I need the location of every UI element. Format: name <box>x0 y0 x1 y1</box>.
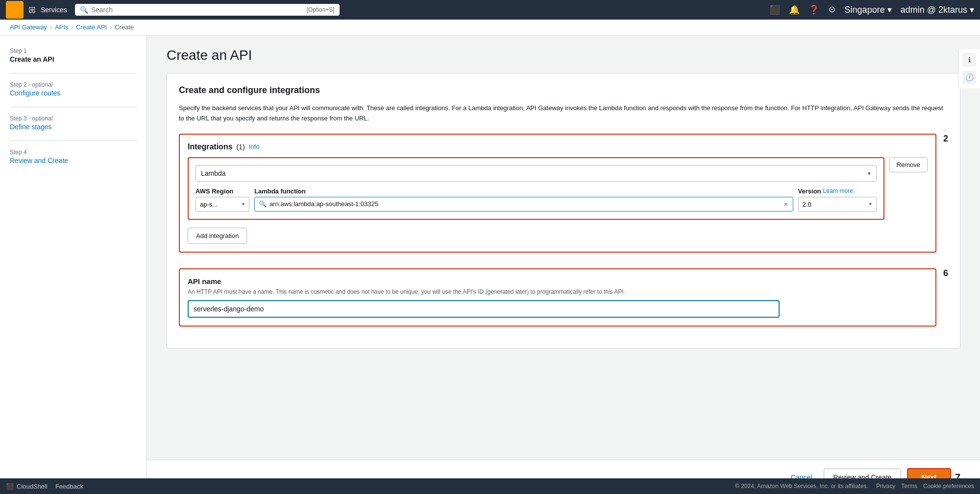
description-text: Specify the backend services that your A… <box>179 103 948 124</box>
step-4: Step 4 Review and Create <box>10 149 137 165</box>
page-wrapper: Step 1 Create an API Step 2 - optional C… <box>0 36 980 494</box>
num-label-2: 2 <box>943 134 948 144</box>
right-sidebar-icons: ℹ 🕐 <box>958 49 980 88</box>
integrations-section-wrapper: Integrations (1) Info Lambda <box>179 134 948 260</box>
add-integration-row: Add integration <box>188 226 928 244</box>
lambda-search-icon: 🔍 <box>259 200 267 208</box>
aws-region-select-wrap: ap-s... us-east-1 us-west-2 <box>196 197 249 212</box>
api-name-description: An HTTP API must have a name. This name … <box>188 288 928 295</box>
step-1-label: Step 1 <box>10 47 137 54</box>
step-3-label: Step 3 - optional <box>10 115 137 122</box>
step-divider-3 <box>10 141 137 141</box>
sidebar: Step 1 Create an API Step 2 - optional C… <box>0 36 147 494</box>
step-2-title[interactable]: Configure routes <box>10 89 137 97</box>
integrations-info-link[interactable]: Info <box>249 143 260 150</box>
services-nav[interactable]: Services <box>41 6 67 14</box>
search-shortcut: [Option+S] <box>307 6 335 13</box>
main-card: Create and configure integrations Specif… <box>167 73 960 349</box>
grid-icon[interactable]: ⊞ <box>28 4 36 15</box>
lambda-search-wrap[interactable]: 🔍 × <box>254 197 793 212</box>
integration-config-box: Lambda HTTP Mock <box>188 157 884 220</box>
integration-type-row: Lambda HTTP Mock <box>188 157 928 220</box>
version-field: Version Learn more. 2.0 1.0 <box>798 188 877 212</box>
api-name-title: API name <box>188 277 928 285</box>
integration-type-select-wrapper: Lambda HTTP Mock <box>196 165 877 182</box>
version-label-row: Version Learn more. <box>798 188 877 195</box>
help-icon[interactable]: ❓ <box>808 4 819 15</box>
step-2-label: Step 2 - optional <box>10 81 137 88</box>
card-title: Create and configure integrations <box>179 85 948 95</box>
page-title: Create an API <box>167 47 960 63</box>
step-3: Step 3 - optional Define stages <box>10 115 137 131</box>
search-bar[interactable]: 🔍 [Option+S] <box>75 4 340 16</box>
settings-icon[interactable]: ⚙ <box>828 4 836 15</box>
version-select[interactable]: 2.0 1.0 <box>798 197 877 212</box>
header-nav: API Gateway › APIs › Create API › Create <box>0 20 980 36</box>
aws-region-field: AWS Region ap-s... us-east-1 us-west-2 <box>196 188 249 212</box>
breadcrumb-create-api[interactable]: Create API <box>76 24 107 31</box>
main-content: Create an API Create and configure integ… <box>147 36 980 460</box>
step-3-title[interactable]: Define stages <box>10 123 137 131</box>
terms-link[interactable]: Terms <box>901 483 917 490</box>
cookie-link[interactable]: Cookie preferences <box>923 483 974 490</box>
legal-links: Privacy Terms Cookie preferences <box>876 483 974 490</box>
learn-more-link[interactable]: Learn more. <box>823 188 855 194</box>
privacy-link[interactable]: Privacy <box>876 483 895 490</box>
api-name-input[interactable] <box>188 300 780 318</box>
version-select-wrap: 2.0 1.0 <box>798 197 877 212</box>
breadcrumb-sep-2: › <box>71 24 73 31</box>
region-selector[interactable]: Singapore ▾ <box>845 4 892 15</box>
integration-type-select-row: Lambda HTTP Mock <box>196 165 877 182</box>
cloudshell-bottom[interactable]: ⬛ CloudShell <box>6 483 48 490</box>
remove-button[interactable]: Remove <box>889 157 928 172</box>
integrations-count: (1) <box>237 143 245 151</box>
cloudshell-bottom-label: CloudShell <box>17 483 48 490</box>
breadcrumb-apis[interactable]: APIs <box>55 24 68 31</box>
bottom-bar: ⬛ CloudShell Feedback © 2024, Amazon Web… <box>0 478 980 494</box>
lambda-function-label: Lambda function <box>254 188 793 195</box>
lambda-function-field: Lambda function 🔍 × <box>254 188 793 212</box>
cloudshell-icon[interactable]: ⬛ <box>769 4 780 15</box>
version-label: Version <box>798 188 821 195</box>
aws-region-select[interactable]: ap-s... us-east-1 us-west-2 <box>196 197 249 212</box>
api-name-section-wrapper: API name An HTTP API must have a name. T… <box>179 268 948 336</box>
user-menu[interactable]: admin @ 2ktarus ▾ <box>901 4 974 15</box>
step-4-title[interactable]: Review and Create <box>10 157 137 165</box>
search-input[interactable] <box>91 6 304 14</box>
breadcrumb-api-gateway[interactable]: API Gateway <box>10 24 47 31</box>
svg-text:aws: aws <box>7 7 18 13</box>
aws-logo[interactable]: aws <box>6 1 24 19</box>
step-4-label: Step 4 <box>10 149 137 156</box>
history-icon[interactable]: 🕐 <box>962 71 976 84</box>
breadcrumb: API Gateway › APIs › Create API › Create <box>0 20 980 35</box>
integrations-header: Integrations (1) Info <box>188 142 928 151</box>
api-name-box: API name An HTTP API must have a name. T… <box>179 268 936 327</box>
step-1: Step 1 Create an API <box>10 47 137 63</box>
step-1-title[interactable]: Create an API <box>10 55 137 63</box>
integrations-outer-box: Integrations (1) Info Lambda <box>179 134 936 253</box>
breadcrumb-sep-3: › <box>110 24 112 31</box>
breadcrumb-create: Create <box>115 24 134 31</box>
feedback-label[interactable]: Feedback <box>55 483 83 490</box>
step-2: Step 2 - optional Configure routes <box>10 81 137 97</box>
aws-region-label: AWS Region <box>196 188 249 195</box>
cloudshell-bottom-icon: ⬛ <box>6 483 14 490</box>
breadcrumb-sep-1: › <box>50 24 52 31</box>
step-divider-2 <box>10 107 137 107</box>
step-divider-1 <box>10 73 137 73</box>
top-navigation: aws ⊞ Services 🔍 [Option+S] ⬛ 🔔 ❓ ⚙ Sing… <box>0 0 980 20</box>
nav-right-icons: ⬛ 🔔 ❓ ⚙ Singapore ▾ admin @ 2ktarus ▾ <box>769 4 974 15</box>
copyright-text: © 2024, Amazon Web Services, Inc. or its… <box>735 483 868 490</box>
remove-section: Remove <box>889 157 928 172</box>
lambda-function-input[interactable] <box>270 200 780 208</box>
info-icon[interactable]: ℹ <box>962 53 976 67</box>
integrations-title: Integrations <box>188 142 233 151</box>
integration-type-select[interactable]: Lambda HTTP Mock <box>196 165 877 182</box>
integration-fields-row: AWS Region ap-s... us-east-1 us-west-2 <box>196 188 877 212</box>
bell-icon[interactable]: 🔔 <box>789 4 800 15</box>
lambda-clear-button[interactable]: × <box>783 200 788 208</box>
num-label-6: 6 <box>943 268 948 279</box>
search-icon: 🔍 <box>80 6 88 14</box>
add-integration-button[interactable]: Add integration <box>188 228 247 244</box>
